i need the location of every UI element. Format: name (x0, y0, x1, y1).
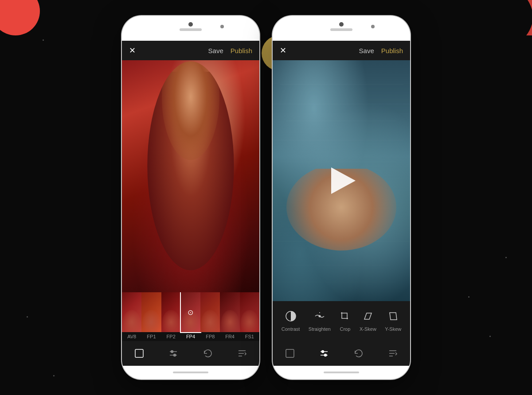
svg-point-9 (318, 315, 321, 318)
filter-fp4-thumb: ⊙ (181, 292, 200, 332)
crop-icon (339, 310, 351, 324)
phone-1-filter-tab[interactable] (134, 348, 145, 359)
phone-2-adjust-tab[interactable] (319, 348, 329, 359)
svg-rect-0 (135, 349, 143, 357)
filter-fp2-label: FP2 (167, 332, 176, 341)
phone-1-adjust-tab[interactable] (168, 348, 179, 359)
svg-point-14 (322, 351, 324, 353)
filter-fp4-label: FP4 (186, 332, 195, 341)
filter-fp2-thumb (161, 292, 181, 332)
phone-1-photo-area (122, 60, 259, 292)
xskew-label: X-Skew (360, 326, 376, 332)
contrast-label: Contrast (282, 326, 300, 332)
straighten-icon (314, 310, 325, 324)
phone-1: ✕ Save Publish AV8 (122, 16, 259, 379)
phone-2-revert-tab[interactable] (353, 348, 364, 359)
filter-fp8-thumb (200, 292, 220, 332)
phone-2-camera (339, 22, 344, 27)
phone-2-photo-area (273, 60, 410, 301)
phone-1-photo-red (122, 60, 259, 292)
straighten-label: Straighten (309, 326, 331, 332)
filter-fp1[interactable]: FP1 (141, 292, 161, 341)
phone-2: ✕ Save Publish (273, 16, 410, 379)
filter-fp4-selected-icon: ⊙ (188, 308, 193, 317)
phone-2-save-button[interactable]: Save (359, 47, 374, 54)
phone-1-close-button[interactable]: ✕ (129, 46, 136, 55)
filter-fr4-label: FR4 (225, 332, 235, 341)
yskew-icon (387, 310, 399, 324)
phone-2-bottom (273, 366, 410, 379)
phone-1-save-button[interactable]: Save (208, 47, 223, 54)
play-button[interactable] (326, 165, 357, 196)
phone-1-sort-tab[interactable] (237, 348, 247, 359)
adjust-crop[interactable]: Crop (339, 310, 351, 332)
filter-av8-thumb (122, 292, 141, 332)
filter-fp1-thumb (141, 292, 161, 332)
filter-fs1[interactable]: FS1 (240, 292, 259, 341)
phone-1-publish-button[interactable]: Publish (231, 47, 252, 54)
svg-point-15 (325, 354, 327, 356)
phone-1-bottom-toolbar (122, 341, 259, 366)
filter-fs1-label: FS1 (245, 332, 254, 341)
phone-2-close-button[interactable]: ✕ (280, 46, 286, 55)
filter-av8-label: AV8 (127, 332, 136, 341)
xskew-icon (362, 310, 374, 324)
phone-2-app-header: ✕ Save Publish (273, 41, 410, 60)
phone-2-header-actions: Save Publish (359, 47, 403, 54)
phone-1-figure (143, 72, 239, 281)
adjust-yskew[interactable]: Y-Skew (385, 310, 401, 332)
phone-1-ear-camera (220, 25, 224, 28)
phone-1-home-indicator (173, 372, 208, 373)
phone-1-top-bar (122, 16, 259, 41)
contrast-icon (285, 310, 297, 324)
filter-fr4-thumb (220, 292, 239, 332)
phone-2-photo-water (273, 60, 410, 301)
phone-2-sort-tab[interactable] (387, 348, 398, 359)
phone-1-header-actions: Save Publish (208, 47, 252, 54)
filter-fp4[interactable]: ⊙ FP4 (181, 292, 200, 341)
adjust-straighten[interactable]: Straighten (309, 310, 331, 332)
svg-point-3 (171, 351, 173, 353)
phone-2-speaker (330, 28, 352, 31)
phone-1-camera (188, 22, 193, 27)
phone-2-publish-button[interactable]: Publish (381, 47, 403, 54)
phone-1-speaker (180, 28, 202, 31)
yskew-label: Y-Skew (385, 326, 401, 332)
phone-2-screen: ✕ Save Publish (273, 41, 410, 366)
phone-1-app-header: ✕ Save Publish (122, 41, 259, 60)
phone-2-home-indicator (324, 372, 359, 373)
filter-fs1-thumb (240, 292, 259, 332)
phone-2-filter-tab[interactable] (285, 348, 295, 359)
play-triangle-icon (331, 167, 356, 194)
svg-point-4 (174, 354, 176, 356)
filter-fr4[interactable]: FR4 (220, 292, 239, 341)
adjust-xskew[interactable]: X-Skew (360, 310, 376, 332)
phone-2-adjust-controls: Contrast Straighten (273, 301, 410, 341)
phone-2-top-bar (273, 16, 410, 41)
phones-container: ✕ Save Publish AV8 (0, 0, 532, 395)
phone-2-bottom-toolbar (273, 341, 410, 366)
phone-1-bottom (122, 366, 259, 379)
filter-fp1-label: FP1 (147, 332, 156, 341)
svg-rect-11 (286, 349, 294, 357)
filter-fp2[interactable]: FP2 (161, 292, 181, 341)
phone-2-ear-camera (371, 25, 375, 28)
filter-fp8-label: FP8 (206, 332, 215, 341)
adjust-contrast[interactable]: Contrast (282, 310, 300, 332)
phone-1-revert-tab[interactable] (203, 348, 213, 359)
crop-label: Crop (340, 326, 351, 332)
filter-av8[interactable]: AV8 (122, 292, 141, 341)
filter-fp8[interactable]: FP8 (200, 292, 220, 341)
phone-1-filter-strip: AV8 FP1 FP2 (122, 292, 259, 341)
phone-1-screen: ✕ Save Publish AV8 (122, 41, 259, 366)
